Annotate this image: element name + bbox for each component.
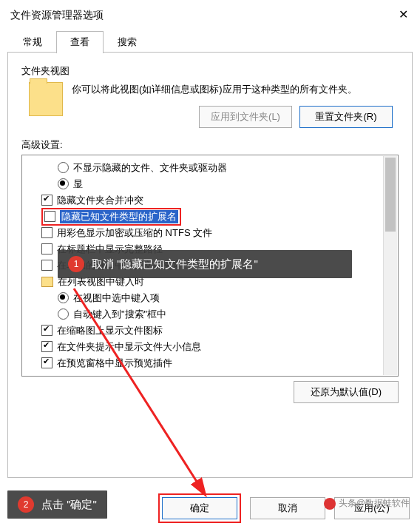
list-item[interactable]: 自动键入到"搜索"框中 (25, 306, 395, 323)
close-icon: ✕ (399, 0, 408, 30)
list-item-label: 在预览窗格中显示预览插件 (57, 357, 172, 370)
folder-view-desc: 你可以将此视图(如详细信息或图标)应用于这种类型的所有文件夹。 (72, 82, 399, 97)
tab-general[interactable]: 常规 (9, 31, 56, 53)
tabstrip: 常规 查看 搜索 (0, 30, 420, 53)
tab-view[interactable]: 查看 (56, 31, 104, 53)
titlebar: 文件资源管理器选项 ✕ (0, 0, 420, 30)
annotation-2: 2 点击 "确定" (7, 490, 107, 519)
highlighted-item: 隐藏已知文件类型的扩展名 (41, 208, 181, 226)
list-item[interactable]: 在预览窗格中显示预览插件 (25, 355, 395, 371)
list-item-label: 用彩色显示加密或压缩的 NTFS 文件 (57, 226, 212, 240)
cancel-button[interactable]: 取消 (250, 497, 325, 519)
tab-search[interactable]: 搜索 (104, 31, 151, 53)
ok-button[interactable]: 确定 (162, 497, 237, 519)
watermark: 头条@数据蛙软件 (324, 497, 410, 510)
list-item-label: 显 (73, 178, 83, 191)
list-item-label: 在视图中选中键入项 (73, 291, 160, 305)
folder-view-buttons: 应用到文件夹(L) 重置文件夹(R) (72, 106, 399, 128)
annotation-2-badge: 2 (18, 496, 34, 513)
reset-folders-button[interactable]: 重置文件夹(R) (299, 106, 393, 128)
folder-icon (41, 277, 53, 287)
ok-highlight: 确定 (158, 493, 241, 523)
list-item[interactable]: 显 (25, 176, 395, 192)
scrollbar[interactable] (383, 156, 397, 375)
close-button[interactable]: ✕ (386, 0, 420, 30)
folder-icon (29, 82, 63, 116)
radio[interactable] (58, 178, 69, 189)
folder-view-body: 你可以将此视图(如详细信息或图标)应用于这种类型的所有文件夹。 应用到文件夹(L… (29, 82, 399, 128)
checkbox[interactable] (41, 341, 52, 352)
radio[interactable] (58, 308, 69, 320)
watermark-icon (324, 498, 336, 510)
list-item[interactable]: 用彩色显示加密或压缩的 NTFS 文件 (25, 225, 395, 241)
folder-view-right: 你可以将此视图(如详细信息或图标)应用于这种类型的所有文件夹。 应用到文件夹(L… (72, 82, 399, 128)
restore-defaults-button[interactable]: 还原为默认值(D) (294, 381, 399, 403)
annotation-2-text: 点击 "确定" (41, 498, 97, 512)
list-item[interactable]: 隐藏已知文件类型的扩展名 (25, 209, 395, 225)
scrollbar-thumb[interactable] (385, 158, 396, 232)
list-item[interactable]: 在文件夹提示中显示文件大小信息 (25, 339, 395, 355)
annotation-1: 1 取消 "隐藏已知文件类型的扩展名" (58, 250, 352, 278)
restore-row: 还原为默认值(D) (21, 381, 399, 403)
checkbox[interactable] (41, 260, 52, 271)
checkbox[interactable] (41, 357, 52, 368)
list-item[interactable]: 不显示隐藏的文件、文件夹或驱动器 (25, 160, 395, 176)
checkbox[interactable] (41, 227, 52, 238)
advanced-label: 高级设置: (21, 138, 399, 152)
list-item-label: 不显示隐藏的文件、文件夹或驱动器 (73, 161, 227, 175)
checkbox[interactable] (44, 211, 55, 222)
annotation-1-text: 取消 "隐藏已知文件类型的扩展名" (92, 257, 258, 272)
list-item-label: 自动键入到"搜索"框中 (73, 308, 166, 321)
radio[interactable] (58, 162, 69, 173)
annotation-1-badge: 1 (68, 256, 84, 272)
list-item[interactable]: 在缩略图上显示文件图标 (25, 323, 395, 339)
list-item-label: 在文件夹提示中显示文件大小信息 (57, 340, 201, 354)
folder-options-window: 文件资源管理器选项 ✕ 常规 查看 搜索 文件夹视图 你可以将此视图(如详细信息… (0, 0, 420, 526)
list-item[interactable]: 隐藏文件夹合并冲突 (25, 192, 395, 209)
checkbox[interactable] (41, 325, 52, 336)
apply-to-folders-button[interactable]: 应用到文件夹(L) (199, 106, 292, 128)
checkbox[interactable] (41, 243, 52, 254)
list-item-label: 在缩略图上显示文件图标 (57, 324, 163, 337)
radio[interactable] (58, 292, 69, 303)
folder-view-label: 文件夹视图 (21, 64, 399, 78)
checkbox[interactable] (41, 195, 52, 206)
folder-view-group: 文件夹视图 你可以将此视图(如详细信息或图标)应用于这种类型的所有文件夹。 应用… (21, 64, 399, 128)
list-item-label: 隐藏文件夹合并冲突 (57, 194, 143, 207)
list-item-label: 隐藏已知文件类型的扩展名 (60, 210, 178, 223)
list-item[interactable]: 在视图中选中键入项 (25, 290, 395, 306)
window-title: 文件资源管理器选项 (10, 0, 104, 30)
